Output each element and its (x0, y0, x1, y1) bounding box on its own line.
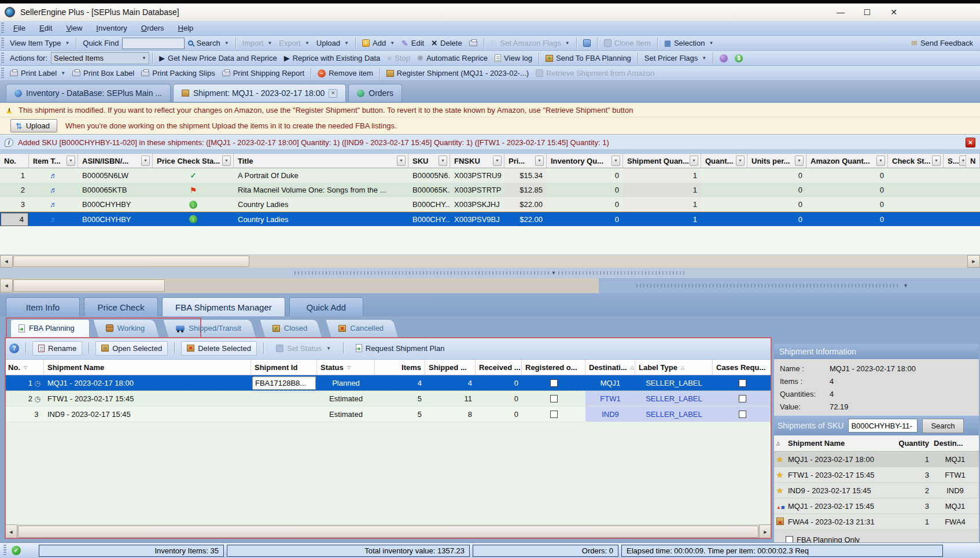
column-header-shipment-name[interactable]: Shipment Name (786, 439, 894, 448)
tab-fba-shipments-manager[interactable]: FBA Shipments Manager (162, 297, 285, 316)
table-row[interactable]: 1 B00005N6LW A Portrait Of Duke B00005N6… (0, 168, 980, 183)
print-box-label-button[interactable]: Print Box Label (69, 68, 138, 79)
column-filter-button[interactable]: ▼ (439, 156, 447, 166)
sort-asc-icon[interactable]: △ (774, 441, 786, 446)
actions-for-combobox[interactable]: Selected Items▼ (51, 52, 149, 64)
scrollbar-thumb[interactable] (13, 279, 165, 292)
send-to-fba-planning-button[interactable]: +Send To FBA Planning (542, 53, 635, 64)
column-filter-button[interactable]: ▼ (959, 156, 966, 166)
secondary-hscrollbar[interactable]: ◄ (0, 278, 599, 293)
column-header-quantity[interactable]: Quant...▼ (701, 154, 747, 168)
print-packing-slips-button[interactable]: Print Packing Slips (138, 68, 218, 79)
table-row[interactable]: 3 B000CHYHBY Country Ladies B000CHY... X… (0, 197, 980, 212)
table-row[interactable]: 2 B000065KTB Rita Macneil Volume One: So… (0, 183, 980, 197)
column-header-asin[interactable]: ASIN/ISBN/...▼ (78, 154, 153, 168)
stop-button[interactable]: ■Stop (384, 53, 414, 64)
search-button[interactable]: Search▼ (185, 38, 232, 49)
print-label-button[interactable]: Print Label▼ (6, 68, 69, 79)
column-header-shipment-qty[interactable]: Shipment Quan...▼ (623, 154, 701, 168)
close-tab-icon[interactable]: ✕ (329, 89, 337, 98)
column-header-units-per[interactable]: Units per...▼ (747, 154, 806, 168)
pricer-creature-button[interactable] (716, 53, 731, 64)
clone-item-button[interactable]: Clone Item (600, 38, 654, 49)
column-header-inventory-qty[interactable]: Inventory Qu...▼ (547, 154, 623, 168)
items-grid-hscrollbar[interactable]: ◄ ► (0, 255, 980, 268)
sku-search-input[interactable] (848, 419, 918, 433)
sku-shipment-row[interactable]: MQJ1 - 2023-02-17 15:45 3 MQJ1 (774, 498, 979, 514)
maximize-button[interactable]: ☐ (854, 6, 880, 19)
pane-splitter[interactable]: ▼ (0, 268, 980, 278)
print-shipping-report-button[interactable]: Print Shipping Report (219, 68, 308, 79)
column-header-s[interactable]: S...▼ (944, 154, 966, 168)
sku-shipment-row[interactable]: FTW1 - 2023-02-17 15:45 3 FTW1 (774, 467, 979, 483)
menu-edit[interactable]: Edit (32, 22, 59, 34)
menu-orders[interactable]: Orders (134, 22, 171, 34)
column-filter-button[interactable]: ▼ (67, 156, 75, 166)
add-button[interactable]: +Add▼ (359, 38, 398, 49)
close-button[interactable]: ✕ (880, 6, 907, 19)
tab-price-check[interactable]: Price Check (84, 297, 158, 316)
selection-button[interactable]: ▦Selection▼ (661, 38, 717, 49)
column-header-price[interactable]: Pri...▼ (504, 154, 547, 168)
column-filter-button[interactable]: ▼ (222, 156, 231, 166)
column-filter-button[interactable]: ▼ (141, 156, 150, 166)
upload-button[interactable]: ⇅ Upload (10, 119, 57, 132)
import-button[interactable]: Import▼ (239, 38, 276, 49)
export-button[interactable]: Export▼ (275, 38, 313, 49)
column-header-destination[interactable]: Destin... (931, 439, 979, 448)
tab-quick-add[interactable]: Quick Add (289, 297, 363, 316)
sku-search-button[interactable]: Search (922, 419, 963, 433)
column-header-check-status[interactable]: Check St...▼ (888, 154, 944, 168)
scroll-left-icon[interactable]: ◄ (0, 279, 13, 293)
minimize-button[interactable]: — (827, 6, 854, 19)
column-filter-button[interactable]: ▼ (493, 156, 502, 166)
column-header-price-check[interactable]: Price Check Sta...▼ (153, 154, 234, 168)
print-button[interactable] (466, 39, 481, 47)
tab-shipment[interactable]: Shipment: MQJ1 - 2023-02-17 18:00 ✕ (173, 84, 346, 102)
menu-help[interactable]: Help (171, 22, 201, 34)
reprice-existing-button[interactable]: ▶Reprice with Existing Data (281, 53, 384, 64)
column-header-sku[interactable]: SKU▼ (408, 154, 450, 168)
quick-find-input[interactable] (122, 38, 185, 49)
column-filter-button[interactable]: ▼ (535, 156, 544, 166)
get-new-price-button[interactable]: ▶Get New Price Data and Reprice (156, 53, 281, 64)
column-header-quantity[interactable]: Quantity (894, 439, 931, 448)
scroll-left-icon[interactable]: ◄ (0, 255, 13, 268)
view-log-button[interactable]: View log (491, 53, 536, 64)
remove-item-button[interactable]: −Remove item (314, 68, 377, 79)
column-filter-button[interactable]: ▼ (611, 156, 620, 166)
column-filter-button[interactable]: ▼ (397, 156, 406, 166)
menu-file[interactable]: File (6, 22, 32, 34)
retrieve-shipment-button[interactable]: Retrieve Shipment from Amazon (532, 68, 658, 79)
send-feedback-button[interactable]: ✉Send Feedback (908, 38, 977, 49)
sku-shipment-row[interactable]: FWA4 - 2023-02-13 21:31 1 FWA4 (774, 514, 979, 530)
column-filter-button[interactable]: ▼ (876, 156, 885, 166)
column-filter-button[interactable]: ▼ (795, 156, 804, 166)
column-header-title[interactable]: Title▼ (234, 154, 408, 168)
menu-view[interactable]: View (59, 22, 89, 34)
scroll-right-icon[interactable]: ► (967, 255, 980, 268)
close-notice-button[interactable]: ✕ (966, 138, 975, 147)
column-header-no[interactable]: No. (0, 154, 29, 168)
column-header-amazon-qty[interactable]: Amazon Quant...▼ (806, 154, 888, 168)
edit-button[interactable]: ✎Edit (398, 38, 428, 49)
scrollbar-thumb[interactable] (13, 256, 249, 267)
sync-flags-button[interactable] (580, 38, 594, 48)
tab-cancelled[interactable]: ✕ Cancelled (330, 319, 399, 337)
profit-button[interactable]: $ (731, 53, 746, 64)
column-header-item-type[interactable]: Item T...▼ (29, 154, 78, 168)
delete-button[interactable]: ✕Delete (428, 38, 465, 49)
tab-orders[interactable]: Orders (348, 84, 402, 102)
tab-item-info[interactable]: Item Info (6, 297, 80, 316)
register-shipment-button[interactable]: Register Shipment (MQJ1 - 2023-02-...) (383, 68, 532, 79)
sku-shipment-row[interactable]: MQJ1 - 2023-02-17 18:00 1 MQJ1 (774, 452, 979, 467)
set-pricer-flags-button[interactable]: Set Pricer Flags▼ (641, 53, 710, 64)
table-row-selected[interactable]: 4 B000CHYHBY Country Ladies B000CHY... X… (0, 212, 980, 226)
upload-menu-button[interactable]: Upload▼ (313, 38, 352, 49)
column-header-n[interactable]: N (966, 154, 980, 168)
column-filter-button[interactable]: ▼ (736, 156, 745, 166)
set-amazon-flags-button[interactable]: ⚐Set Amazon Flags▼ (487, 38, 573, 49)
automatic-reprice-button[interactable]: ❋Automatic Reprice (414, 53, 491, 64)
view-item-type-button[interactable]: View Item Type▼ (6, 38, 73, 49)
column-filter-button[interactable]: ▼ (932, 156, 941, 166)
